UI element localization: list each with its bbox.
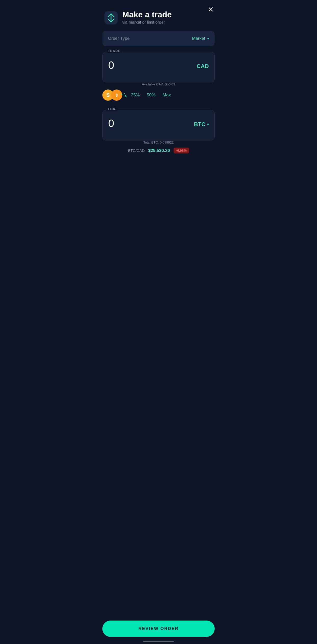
home-indicator — [143, 641, 174, 642]
order-type-value: Market ▾ — [192, 36, 209, 41]
quick-select-row: $ ₿ 25% 50% Max — [102, 89, 215, 101]
for-currency-label: BTC — [194, 121, 205, 128]
price-change-badge: -0.98% — [174, 148, 189, 153]
order-type-label: Order Type — [108, 36, 130, 41]
pct-50-button[interactable]: 50% — [145, 92, 157, 99]
header-text: Make a trade via market or limit order — [122, 10, 172, 25]
coins-wrapper: $ ₿ — [102, 89, 125, 101]
svg-text:₿: ₿ — [116, 93, 118, 97]
review-button-container: REVIEW ORDER — [102, 621, 215, 637]
close-button[interactable]: ✕ — [208, 6, 214, 13]
main-content: Order Type Market ▾ TRADE 0 CAD Availabl… — [97, 31, 220, 613]
price-pair: BTC/CAD — [128, 148, 145, 153]
for-field-section: FOR 0 BTC ▾ Total BTC: 0.039922 — [102, 110, 215, 140]
trade-currency: CAD — [197, 63, 209, 70]
pct-25-button[interactable]: 25% — [129, 92, 141, 99]
swap-arrows-icon — [120, 92, 127, 99]
trade-field-label: TRADE — [106, 49, 122, 53]
trade-field-box[interactable]: 0 CAD Available CAD: $50.03 — [102, 52, 215, 82]
order-type-selected: Market — [192, 36, 205, 41]
for-field-label: FOR — [106, 107, 117, 111]
trade-icon — [104, 11, 118, 24]
page-subtitle: via market or limit order — [122, 20, 172, 25]
for-currency-selector[interactable]: BTC ▾ — [194, 121, 209, 128]
review-order-button[interactable]: REVIEW ORDER — [102, 621, 215, 637]
chevron-down-icon: ▾ — [207, 36, 209, 41]
swap-button[interactable]: $ ₿ — [102, 89, 125, 101]
for-total: Total BTC: 0.039922 — [141, 140, 176, 144]
for-field-box[interactable]: 0 BTC ▾ Total BTC: 0.039922 — [102, 110, 215, 140]
order-type-selector[interactable]: Order Type Market ▾ — [102, 31, 215, 46]
pct-max-button[interactable]: Max — [161, 92, 172, 99]
trade-field-section: TRADE 0 CAD Available CAD: $50.03 — [102, 52, 215, 82]
price-value: $25,530.20 — [148, 148, 170, 153]
for-amount: 0 — [108, 117, 114, 129]
trade-amount: 0 — [108, 59, 114, 71]
page-header: Make a trade via market or limit order — [97, 0, 220, 31]
price-info-row: BTC/CAD $25,530.20 -0.98% — [102, 148, 215, 153]
page-title: Make a trade — [122, 10, 172, 19]
for-currency-chevron: ▾ — [207, 123, 209, 127]
trade-available: Available CAD: $50.03 — [140, 82, 177, 86]
